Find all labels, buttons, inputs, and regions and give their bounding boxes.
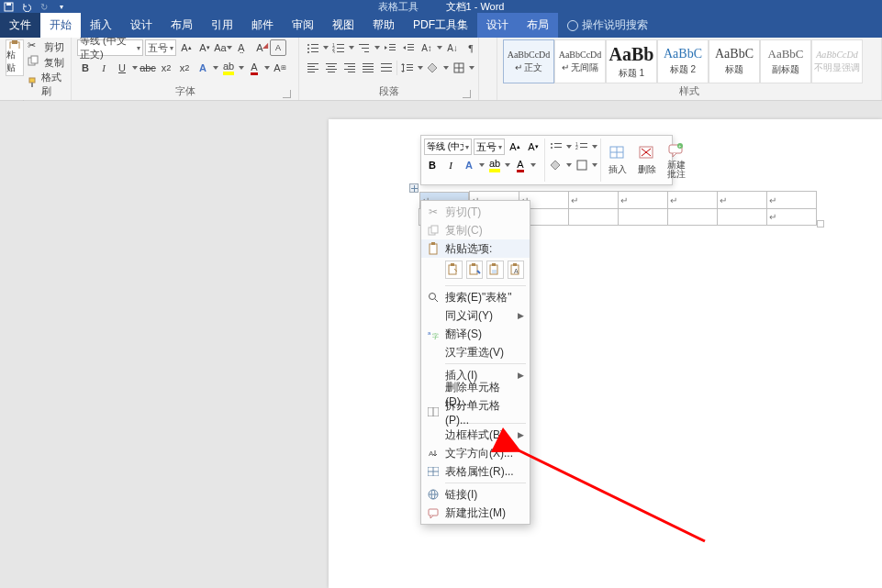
mini-highlight-button[interactable]: ab [486, 157, 503, 173]
ctx-reconvert[interactable]: 汉字重选(V) [421, 343, 530, 361]
tab-mailings[interactable]: 邮件 [242, 13, 283, 38]
cut-button[interactable]: ✂剪切 [28, 39, 65, 54]
tab-table-layout[interactable]: 布局 [518, 13, 558, 38]
style-subtle-emphasis[interactable]: AaBbCcDd不明显强调 [811, 39, 863, 83]
font-launcher-icon[interactable] [283, 90, 291, 98]
tab-references[interactable]: 引用 [202, 13, 242, 38]
phonetic-guide-button[interactable]: A̤ [233, 39, 250, 56]
grow-font-button[interactable]: A▴ [178, 39, 195, 56]
borders-more-icon[interactable] [469, 66, 474, 70]
mini-numbering-button[interactable]: 12 [574, 139, 590, 155]
mini-numbering-more-icon[interactable] [592, 145, 597, 149]
mini-font-color-button[interactable]: A [512, 157, 529, 173]
mini-shading-button[interactable] [548, 157, 564, 173]
style-title[interactable]: AaBbC标题 [709, 39, 760, 83]
mini-font-name-select[interactable]: 等线 (中文▾ [424, 139, 472, 155]
show-marks-button[interactable]: ¶ [463, 39, 479, 56]
page[interactable]: ↵ ↵↵↵↵↵↵↵ ↵ 等线 (中文▾ 五号▾ A▴ A▾ B I A [329, 119, 882, 588]
increase-indent-button[interactable] [400, 39, 417, 56]
paste-button[interactable]: 粘贴 [6, 39, 24, 76]
clear-formatting-button[interactable]: A◢ [251, 39, 268, 56]
mini-insert-button[interactable]: 插入 [604, 139, 631, 182]
tab-insert[interactable]: 插入 [81, 13, 121, 38]
font-size-select[interactable]: 五号▾ [145, 39, 176, 56]
style-subtitle[interactable]: AaBbC副标题 [760, 39, 811, 83]
font-color-more-icon[interactable] [264, 66, 270, 70]
mini-delete-button[interactable]: 删除 [633, 139, 661, 182]
line-spacing-button[interactable] [399, 60, 416, 76]
ctx-link[interactable]: 链接(I) [421, 485, 530, 504]
mini-shrink-font-button[interactable]: A▾ [525, 139, 541, 155]
bullets-more-icon[interactable] [323, 46, 329, 50]
tab-review[interactable]: 审阅 [283, 13, 323, 38]
strikethrough-button[interactable]: abc [140, 60, 156, 76]
multilevel-more-icon[interactable] [374, 46, 380, 50]
ctx-search[interactable]: 搜索(E)"表格" [421, 288, 530, 306]
paste-picture-button[interactable] [486, 261, 504, 279]
redo-icon[interactable]: ↻ [39, 2, 49, 12]
bold-button[interactable]: B [77, 60, 94, 76]
styles-gallery[interactable]: AaBbCcDd↵ 正文 AaBbCcDd↵ 无间隔 AaBb标题 1 AaBb… [503, 39, 863, 83]
bullets-button[interactable] [305, 39, 321, 56]
sort-button[interactable]: A↓ [444, 39, 461, 56]
mini-font-size-select[interactable]: 五号▾ [474, 139, 505, 155]
tab-view[interactable]: 视图 [323, 13, 363, 38]
paste-merge-button[interactable] [466, 261, 484, 279]
shrink-font-button[interactable]: A▾ [196, 39, 213, 56]
mini-font-color-more-icon[interactable] [530, 163, 536, 167]
asian-layout-button[interactable]: A↕ [419, 39, 435, 56]
ctx-text-direction[interactable]: A文字方向(X)... [421, 444, 530, 462]
paste-text-only-button[interactable]: A [508, 261, 525, 279]
copy-button[interactable]: 复制 [28, 55, 65, 70]
italic-button[interactable]: I [95, 60, 112, 76]
highlight-more-icon[interactable] [239, 66, 244, 70]
mini-borders-more-icon[interactable] [592, 163, 597, 167]
table-move-handle-icon[interactable] [409, 183, 419, 193]
align-justify-button[interactable] [360, 60, 376, 76]
change-case-button[interactable]: Aa [215, 39, 231, 56]
text-effects-more-icon[interactable] [213, 66, 218, 70]
character-shading-button[interactable]: A⊞ [272, 60, 288, 76]
highlight-button[interactable]: ab [220, 60, 237, 76]
align-center-button[interactable] [323, 60, 340, 76]
mini-bullets-button[interactable] [548, 139, 564, 155]
font-color-button[interactable]: A [246, 60, 262, 76]
numbering-more-icon[interactable] [349, 46, 354, 50]
table-resize-handle-icon[interactable] [817, 220, 824, 227]
mini-effects-more-icon[interactable] [479, 163, 485, 167]
mini-text-effects-button[interactable]: A [461, 157, 477, 173]
style-heading2[interactable]: AaBbC标题 2 [657, 39, 709, 83]
shading-button[interactable] [425, 60, 441, 76]
asian-layout-more-icon[interactable] [437, 46, 442, 50]
format-painter-button[interactable]: 格式刷 [28, 71, 65, 98]
enclose-characters-button[interactable]: A [270, 39, 286, 56]
ctx-translate[interactable]: a字翻译(S) [421, 325, 530, 343]
mini-grow-font-button[interactable]: A▴ [507, 139, 523, 155]
align-distributed-button[interactable] [378, 60, 395, 76]
line-spacing-more-icon[interactable] [418, 66, 423, 70]
mini-shading-more-icon[interactable] [566, 163, 572, 167]
tab-file[interactable]: 文件 [0, 13, 40, 38]
mini-highlight-more-icon[interactable] [505, 163, 510, 167]
tab-help[interactable]: 帮助 [363, 13, 404, 38]
tab-table-design[interactable]: 设计 [477, 13, 518, 38]
underline-more-icon[interactable] [132, 66, 138, 70]
multilevel-list-button[interactable] [356, 39, 373, 56]
shading-more-icon[interactable] [443, 66, 449, 70]
tab-home[interactable]: 开始 [40, 13, 81, 38]
decrease-indent-button[interactable] [382, 39, 398, 56]
tab-layout[interactable]: 布局 [162, 13, 202, 38]
qat-more-icon[interactable]: ▾ [56, 2, 66, 12]
mini-italic-button[interactable]: I [442, 157, 459, 173]
paste-keep-source-button[interactable] [445, 261, 463, 279]
mini-borders-button[interactable] [574, 157, 590, 173]
ctx-new-comment[interactable]: 新建批注(M) [421, 504, 530, 522]
tell-me-search[interactable]: 操作说明搜索 [558, 13, 657, 38]
style-heading1[interactable]: AaBb标题 1 [606, 39, 657, 83]
save-icon[interactable] [4, 2, 14, 12]
paragraph-launcher-icon[interactable] [463, 90, 471, 98]
align-right-button[interactable] [341, 60, 358, 76]
tab-pdf-tools[interactable]: PDF工具集 [404, 13, 477, 38]
borders-button[interactable] [451, 60, 467, 76]
ctx-split-cells[interactable]: 拆分单元格(P)... [421, 403, 530, 421]
